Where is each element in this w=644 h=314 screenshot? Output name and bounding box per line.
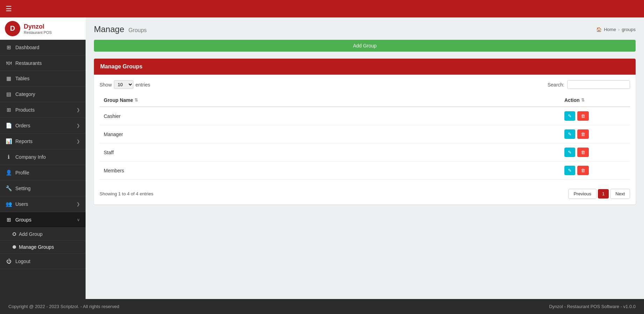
groups-table: Group Name ⇅ Action ⇅ (100, 94, 630, 180)
users-chevron: ❯ (76, 202, 80, 207)
action-cell: ✎🗑 (560, 162, 630, 180)
entries-select[interactable]: 10 25 50 100 (114, 80, 133, 89)
sidebar-item-restaurants[interactable]: 🍽 Restaurants (0, 55, 86, 71)
restaurants-icon: 🍽 (6, 60, 12, 66)
sidebar-label-products: Products (15, 107, 35, 113)
group-name-cell: Cashier (100, 107, 560, 125)
sidebar-label-users: Users (15, 201, 28, 207)
category-icon: ▤ (6, 91, 12, 97)
action-cell: ✎🗑 (560, 107, 630, 125)
products-icon: ⊞ (6, 107, 12, 113)
edit-button[interactable]: ✎ (564, 111, 575, 121)
sidebar-item-groups[interactable]: ⊞ Groups ∨ (0, 212, 86, 228)
sidebar-item-profile[interactable]: 👤 Profile (0, 165, 86, 181)
add-group-dot (13, 232, 16, 236)
svg-text:D: D (10, 24, 15, 32)
delete-button[interactable]: 🗑 (577, 148, 589, 157)
orders-chevron: ❯ (76, 123, 80, 128)
action-buttons: ✎🗑 (564, 166, 626, 175)
action-buttons: ✎🗑 (564, 148, 626, 157)
sort-icon-name[interactable]: ⇅ (134, 98, 138, 103)
sidebar-item-reports[interactable]: 📊 Reports ❯ (0, 134, 86, 149)
footer-right: Dynzol - Restaurant POS Software - v1.0.… (549, 304, 636, 309)
edit-button[interactable]: ✎ (564, 129, 575, 139)
pagination: Previous 1 Next (568, 189, 630, 199)
add-group-button[interactable]: Add Group (94, 40, 636, 52)
action-cell: ✎🗑 (560, 143, 630, 162)
previous-button[interactable]: Previous (568, 189, 597, 199)
sidebar-item-users[interactable]: 👥 Users ❯ (0, 196, 86, 212)
next-button[interactable]: Next (610, 189, 630, 199)
manage-groups-dot (13, 245, 16, 249)
sidebar-nav: ⊞ Dashboard 🍽 Restaurants ▦ Tables (0, 40, 86, 299)
breadcrumb: 🏠 Home › groups (596, 27, 636, 32)
orders-icon: 📄 (6, 122, 12, 129)
sidebar-subitem-add-group[interactable]: Add Group (0, 228, 86, 241)
sidebar: D Dynzol Restaurant POS ⊞ Dashboard 🍽 Re… (0, 17, 86, 299)
breadcrumb-home-icon: 🏠 (596, 27, 602, 32)
card-header: Manage Groups (94, 59, 636, 75)
sidebar-item-orders[interactable]: 📄 Orders ❯ (0, 118, 86, 134)
users-icon: 👥 (6, 201, 12, 207)
sidebar-subitem-manage-groups[interactable]: Manage Groups (0, 241, 86, 254)
sidebar-item-products[interactable]: ⊞ Products ❯ (0, 102, 86, 118)
showing-text: Showing 1 to 4 of 4 entries (100, 191, 153, 196)
edit-button[interactable]: ✎ (564, 166, 575, 175)
manage-groups-card: Manage Groups Show 10 25 50 100 entries (94, 59, 636, 204)
topbar: ☰ (0, 0, 644, 17)
search-box: Search: (548, 80, 630, 89)
search-input[interactable] (567, 80, 630, 89)
sidebar-item-tables[interactable]: ▦ Tables (0, 71, 86, 87)
edit-button[interactable]: ✎ (564, 148, 575, 157)
table-row: Staff✎🗑 (100, 143, 630, 162)
table-footer: Showing 1 to 4 of 4 entries Previous 1 N… (100, 185, 630, 199)
delete-button[interactable]: 🗑 (577, 129, 589, 139)
search-label: Search: (548, 82, 564, 88)
group-name-cell: Manager (100, 125, 560, 143)
dashboard-icon: ⊞ (6, 44, 12, 51)
group-name-cell: Members (100, 162, 560, 180)
page-1-button[interactable]: 1 (598, 189, 609, 199)
breadcrumb-home[interactable]: Home (604, 27, 616, 32)
app-name: Dynzol (24, 23, 52, 30)
sidebar-label-restaurants: Restaurants (15, 60, 42, 66)
sidebar-item-logout[interactable]: ⏻ Logout (0, 254, 86, 269)
group-name-cell: Staff (100, 143, 560, 162)
footer: Copyright @ 2022 - 2023 Scriptzol. - All… (0, 299, 644, 314)
setting-icon: 🔧 (6, 185, 12, 192)
table-row: Manager✎🗑 (100, 125, 630, 143)
sidebar-item-company-info[interactable]: ℹ Company Info (0, 149, 86, 165)
sidebar-label-orders: Orders (15, 123, 30, 128)
sidebar-label-setting: Setting (15, 186, 31, 191)
page-header: Manage Groups 🏠 Home › groups (94, 24, 636, 34)
action-buttons: ✎🗑 (564, 111, 626, 121)
groups-chevron: ∨ (77, 217, 80, 222)
action-buttons: ✎🗑 (564, 129, 626, 139)
action-cell: ✎🗑 (560, 125, 630, 143)
sidebar-item-setting[interactable]: 🔧 Setting (0, 181, 86, 196)
sidebar-label-company-info: Company Info (15, 154, 46, 160)
logo-icon: D (4, 20, 21, 37)
reports-chevron: ❯ (76, 139, 80, 144)
sidebar-label-category: Category (15, 91, 35, 97)
col-group-name: Group Name ⇅ (100, 94, 560, 107)
sidebar-label-add-group: Add Group (19, 231, 43, 237)
page-subtitle: Groups (129, 27, 147, 33)
table-row: Cashier✎🗑 (100, 107, 630, 125)
groups-icon: ⊞ (6, 217, 12, 223)
delete-button[interactable]: 🗑 (577, 166, 589, 175)
sidebar-label-manage-groups: Manage Groups (19, 244, 54, 250)
logout-icon: ⏻ (6, 258, 12, 264)
sidebar-logo: D Dynzol Restaurant POS (0, 17, 86, 40)
col-action: Action ⇅ (560, 94, 630, 107)
footer-left: Copyright @ 2022 - 2023 Scriptzol. - All… (8, 304, 119, 309)
sidebar-label-reports: Reports (15, 139, 32, 144)
delete-button[interactable]: 🗑 (577, 111, 589, 121)
profile-icon: 👤 (6, 170, 12, 176)
card-body: Show 10 25 50 100 entries Search: (94, 75, 636, 204)
show-entries: Show 10 25 50 100 entries (100, 80, 150, 89)
sidebar-item-category[interactable]: ▤ Category (0, 87, 86, 102)
sidebar-item-dashboard[interactable]: ⊞ Dashboard (0, 40, 86, 55)
hamburger-icon[interactable]: ☰ (6, 5, 12, 13)
sort-icon-action[interactable]: ⇅ (581, 98, 585, 103)
